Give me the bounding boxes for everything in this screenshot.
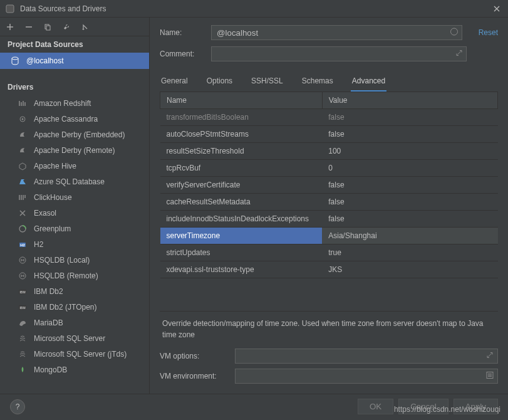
content-panel: Name: Reset Comment: GeneralOptionsSSH/S… [150,18,508,394]
property-value[interactable]: Asia/Shanghai [322,228,497,244]
property-value[interactable]: false [322,177,497,194]
drivers-header: Drivers [0,79,149,95]
property-name[interactable]: verifyServerCertificate [160,177,323,194]
list-icon[interactable] [486,372,494,381]
expand-icon[interactable] [486,352,494,361]
sidebar-item-driver[interactable]: Exasol [0,205,149,221]
help-button[interactable]: ? [10,399,25,414]
svg-text:IBM: IBM [19,306,25,310]
azure-icon [18,177,28,187]
description-text: Override detection/mapping of time zone.… [160,311,498,346]
db2-icon: IBM [18,302,28,312]
sidebar-item-driver[interactable]: H2H2 [0,236,149,252]
properties-table[interactable]: Name Value transformedBitIsBooleanfalsea… [160,92,498,311]
table-row[interactable]: xdevapi.ssl-truststore-typeJKS [160,261,498,278]
sidebar-item-driver[interactable]: HSQLDB (Remote) [0,268,149,283]
sidebar-item-label: HSQLDB (Local) [34,256,90,265]
property-name[interactable]: autoClosePStmtStreams [160,126,323,143]
name-input[interactable] [211,25,462,40]
sidebar-item-label: Apache Derby (Embedded) [34,130,125,139]
sidebar-item-label: Microsoft SQL Server [34,334,105,343]
sidebar-item-driver[interactable]: Microsoft SQL Server [0,330,149,346]
sidebar-item-driver[interactable]: ClickHouse [0,189,149,205]
vm-options-input[interactable] [235,349,498,364]
svg-rect-0 [6,5,14,13]
sidebar-item-datasource[interactable]: @localhost [0,53,149,69]
property-name[interactable]: xdevapi.ssl-truststore-type [160,261,323,278]
sidebar-item-driver[interactable]: Amazon Redshift [0,95,149,111]
wrench-icon[interactable] [61,22,71,32]
expand-icon[interactable] [455,50,463,59]
add-icon[interactable] [5,22,15,32]
property-name[interactable]: cacheResultSetMetadata [160,194,323,211]
property-value[interactable]: false [322,194,497,211]
sidebar-item-driver[interactable]: Apache Cassandra [0,111,149,127]
apply-button[interactable]: Apply [454,399,498,414]
reset-link[interactable]: Reset [479,28,498,37]
table-row[interactable]: tcpRcvBuf0 [160,160,498,177]
column-name[interactable]: Name [160,92,323,109]
table-row[interactable]: resultSetSizeThreshold100 [160,143,498,160]
window-title: Data Sources and Drivers [20,4,490,13]
greenplum-icon [18,224,28,234]
copy-icon[interactable] [43,22,53,32]
revert-icon[interactable] [80,22,90,32]
table-row[interactable]: strictUpdatestrue [160,244,498,261]
mssql-icon [18,333,28,344]
property-value[interactable]: 0 [322,160,497,177]
sidebar-item-driver[interactable]: IBMIBM Db2 (JTOpen) [0,299,149,315]
sidebar-item-driver[interactable]: Apache Derby (Remote) [0,142,149,158]
tab-sshssl[interactable]: SSH/SSL [250,73,284,92]
property-value[interactable]: true [322,244,497,261]
property-value[interactable]: false [322,126,497,143]
comment-label: Comment: [160,50,204,58]
property-value[interactable]: false [322,109,497,126]
ok-button[interactable]: OK [358,399,393,414]
comment-input[interactable] [211,46,467,61]
property-value[interactable]: false [322,211,497,228]
remove-icon[interactable] [24,22,34,32]
property-name[interactable]: serverTimezone [160,228,323,244]
vm-env-input[interactable] [235,369,498,384]
close-icon[interactable] [490,3,503,15]
table-row[interactable]: serverTimezoneAsia/Shanghai [160,228,498,244]
table-row[interactable]: verifyServerCertificatefalse [160,177,498,194]
table-row[interactable]: transformedBitIsBooleanfalse [160,109,498,126]
column-value[interactable]: Value [322,92,497,109]
table-row[interactable]: autoClosePStmtStreamsfalse [160,126,498,143]
derby-icon [18,130,28,140]
tab-options[interactable]: Options [205,73,234,92]
tab-schemas[interactable]: Schemas [301,73,334,92]
table-row[interactable]: cacheResultSetMetadatafalse [160,194,498,211]
sidebar-item-label: H2 [34,240,43,249]
sidebar-item-label: Amazon Redshift [34,99,91,108]
redshift-icon [18,98,28,108]
sidebar-item-driver[interactable]: IBMIBM Db2 [0,283,149,299]
property-value[interactable]: JKS [322,261,497,278]
sidebar-item-driver[interactable]: Greenplum [0,221,149,236]
property-name[interactable]: includeInnodbStatusInDeadlockExceptions [160,211,323,228]
sidebar-item-label: Exasol [34,209,56,218]
property-name[interactable]: resultSetSizeThreshold [160,143,323,160]
property-name[interactable]: transformedBitIsBoolean [160,109,323,126]
sidebar-item-driver[interactable]: Azure SQL Database [0,174,149,189]
sidebar-item-driver[interactable]: Apache Derby (Embedded) [0,127,149,142]
vm-options-label: VM options: [160,352,229,360]
cassandra-icon [18,114,28,124]
sidebar-item-driver[interactable]: HSQLDB (Local) [0,252,149,268]
sidebar-item-label: Greenplum [34,224,71,233]
property-value[interactable]: 100 [322,143,497,160]
cancel-button[interactable]: Cancel [398,399,448,414]
property-name[interactable]: tcpRcvBuf [160,160,323,177]
sidebar-item-driver[interactable]: Microsoft SQL Server (jTds) [0,346,149,362]
sidebar-item-driver[interactable]: MongoDB [0,362,149,377]
sidebar-item-driver[interactable]: Apache Hive [0,158,149,174]
circle-icon[interactable] [450,28,459,38]
sidebar-item-label: ClickHouse [34,193,72,202]
table-row[interactable]: includeInnodbStatusInDeadlockExceptionsf… [160,211,498,228]
tab-general[interactable]: General [160,73,189,92]
tab-advanced[interactable]: Advanced [351,73,386,92]
database-icon [10,56,20,66]
sidebar-item-driver[interactable]: MariaDB [0,315,149,330]
property-name[interactable]: strictUpdates [160,244,323,261]
